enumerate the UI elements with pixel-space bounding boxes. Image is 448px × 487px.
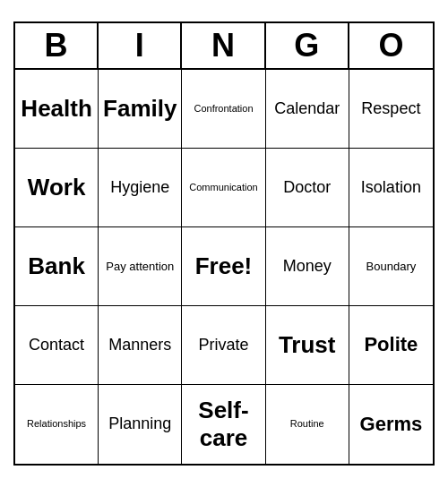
cell-text: Planning — [108, 414, 171, 434]
bingo-cell: Communication — [182, 149, 265, 227]
bingo-cell: Confrontation — [182, 70, 265, 149]
bingo-cell: Trust — [266, 306, 349, 385]
bingo-cell: Germs — [349, 385, 433, 464]
cell-text: Confrontation — [194, 103, 253, 115]
cell-text: Private — [198, 336, 248, 355]
cell-text: Hygiene — [110, 178, 169, 198]
cell-text: Work — [28, 174, 86, 201]
bingo-cell: Self-care — [182, 385, 265, 464]
bingo-cell: Private — [182, 306, 265, 385]
bingo-cell: Respect — [349, 70, 433, 149]
cell-text: Boundary — [366, 260, 417, 274]
bingo-cell: Hygiene — [99, 149, 182, 227]
cell-text: Respect — [361, 99, 420, 119]
bingo-cell: Family — [99, 70, 182, 149]
bingo-cell: Calendar — [266, 70, 349, 149]
header-letter: N — [182, 23, 265, 68]
header-letter: I — [99, 23, 182, 68]
bingo-cell: Pay attention — [99, 227, 182, 306]
bingo-cell: Polite — [349, 306, 433, 385]
bingo-cell: Bank — [15, 227, 99, 306]
cell-text: Isolation — [361, 178, 421, 198]
header-letter: B — [15, 23, 99, 68]
cell-text: Germs — [360, 413, 423, 436]
header-letter: O — [349, 23, 433, 68]
bingo-cell: Doctor — [266, 149, 349, 227]
bingo-cell: Isolation — [349, 149, 433, 227]
cell-text: Free! — [195, 252, 253, 280]
bingo-cell: Money — [266, 227, 349, 306]
bingo-cell: Manners — [99, 306, 182, 385]
bingo-cell: Health — [15, 70, 99, 149]
cell-text: Trust — [279, 331, 336, 359]
bingo-card: BINGO HealthFamilyConfrontationCalendarR… — [13, 21, 435, 466]
cell-text: Manners — [108, 336, 171, 355]
cell-text: Relationships — [27, 418, 86, 430]
cell-text: Routine — [290, 418, 324, 430]
cell-text: Family — [103, 95, 177, 123]
bingo-header: BINGO — [15, 23, 433, 70]
bingo-cell: Free! — [182, 227, 265, 306]
bingo-cell: Work — [15, 149, 99, 227]
header-letter: G — [266, 23, 349, 68]
cell-text: Self-care — [185, 397, 261, 452]
cell-text: Polite — [364, 333, 418, 356]
bingo-cell: Planning — [99, 385, 182, 464]
cell-text: Communication — [189, 182, 257, 193]
cell-text: Pay attention — [106, 260, 174, 274]
cell-text: Bank — [28, 252, 85, 280]
cell-text: Health — [21, 95, 91, 123]
cell-text: Doctor — [283, 178, 331, 198]
bingo-cell: Boundary — [349, 227, 433, 306]
cell-text: Money — [283, 257, 332, 277]
bingo-cell: Routine — [266, 385, 349, 464]
bingo-grid: HealthFamilyConfrontationCalendarRespect… — [15, 70, 433, 464]
bingo-cell: Contact — [15, 306, 99, 385]
bingo-cell: Relationships — [15, 385, 99, 464]
cell-text: Contact — [29, 336, 84, 355]
cell-text: Calendar — [274, 99, 340, 119]
